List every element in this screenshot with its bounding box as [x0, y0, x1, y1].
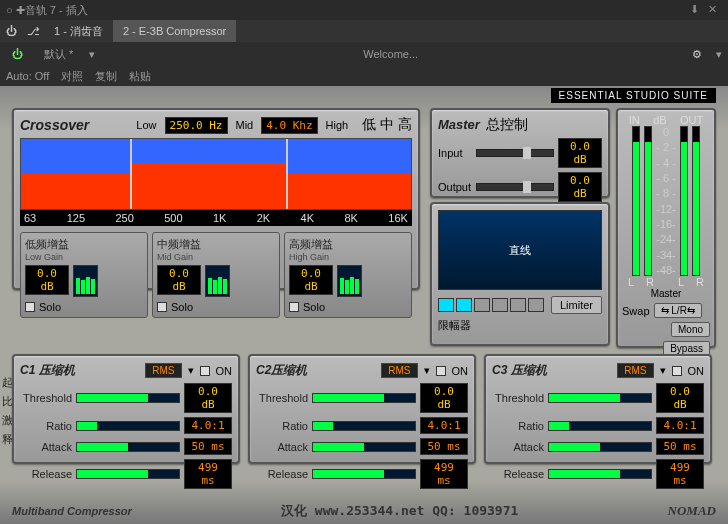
mid-gain-box: 中频增益 Mid Gain 0.0 dB Solo: [152, 232, 280, 318]
out-meter-r: [692, 126, 700, 276]
comp1-threshold-slider[interactable]: [76, 393, 180, 403]
output-value[interactable]: 0.0 dB: [558, 172, 602, 202]
comp3-release-slider[interactable]: [548, 469, 652, 479]
crossover-title: Crossover: [20, 117, 89, 133]
comp1-panel: C1 压缩机RMS▾ON Threshold0.0 dB Ratio4.0:1 …: [12, 354, 240, 464]
comp2-release-slider[interactable]: [312, 469, 416, 479]
preset-btn-2[interactable]: [456, 298, 472, 312]
mid-gain-value[interactable]: 0.0 dB: [157, 265, 201, 295]
mid-label: Mid: [236, 119, 254, 131]
power-icon[interactable]: ⏻: [2, 22, 20, 40]
comp3-threshold-slider[interactable]: [548, 393, 652, 403]
low-label: Low: [136, 119, 156, 131]
preset-btn-4[interactable]: [492, 298, 508, 312]
comp1-release-slider[interactable]: [76, 469, 180, 479]
pin-icon[interactable]: ⬇: [690, 3, 704, 17]
comp1-mode[interactable]: RMS: [145, 363, 181, 378]
app-icon: ○ ✚: [6, 4, 25, 17]
curve-panel: 直线 Limiter 限幅器: [430, 202, 610, 346]
comp2-ratio-slider[interactable]: [312, 421, 416, 431]
copy-button[interactable]: 复制: [95, 69, 117, 84]
tab-1[interactable]: 1 - 消齿音: [44, 20, 113, 42]
meter-scale: 0- 2 -- 4 -- 6 -- 8 --12--16--24--34--48…: [656, 126, 676, 276]
comp2-threshold-slider[interactable]: [312, 393, 416, 403]
chevron-down-icon[interactable]: ▾: [424, 364, 430, 377]
low-freq-display[interactable]: 250.0 Hz: [165, 117, 228, 134]
compare-button[interactable]: 对照: [61, 69, 83, 84]
chevron-down-icon[interactable]: ▾: [716, 48, 722, 61]
low-solo-check[interactable]: [25, 302, 35, 312]
comp2-attack-slider[interactable]: [312, 442, 416, 452]
swap-lr-button[interactable]: ⇆ L/R⇆: [654, 303, 702, 318]
comp3-mode[interactable]: RMS: [617, 363, 653, 378]
comp1-on-check[interactable]: [200, 366, 210, 376]
product-name: Multiband Compressor: [12, 505, 132, 517]
low-gain-meter: [73, 265, 98, 297]
routing-icon[interactable]: ⎇: [24, 22, 42, 40]
high-solo-check[interactable]: [289, 302, 299, 312]
welcome-text: Welcome...: [363, 48, 418, 60]
comp2-mode[interactable]: RMS: [381, 363, 417, 378]
comp1-attack-val[interactable]: 50 ms: [184, 438, 232, 455]
limiter-zh-label: 限幅器: [438, 318, 602, 333]
input-slider[interactable]: [476, 149, 554, 157]
comp1-ratio-val[interactable]: 4.0:1: [184, 417, 232, 434]
comp2-panel: C2压缩机RMS▾ON Threshold0.0 dB Ratio4.0:1 A…: [248, 354, 476, 464]
suite-label: ESSENTIAL STUDIO SUITE: [551, 88, 716, 103]
chevron-down-icon[interactable]: ▾: [89, 48, 95, 61]
mid-solo-check[interactable]: [157, 302, 167, 312]
brand-logo: NOMAD: [668, 503, 716, 519]
auto-label[interactable]: Auto: Off: [6, 70, 49, 82]
output-slider[interactable]: [476, 183, 554, 191]
crossover-display[interactable]: [20, 138, 412, 210]
preset-btn-5[interactable]: [510, 298, 526, 312]
crossover-panel: Crossover Low 250.0 Hz Mid 4.0 Khz High …: [12, 108, 420, 290]
comp1-release-val[interactable]: 499 ms: [184, 459, 232, 489]
freq-scale: 631252505001K2K4K8K16K: [20, 210, 412, 226]
master-title-en: Master: [438, 117, 480, 132]
plugin-power-icon[interactable]: ⏻: [8, 45, 26, 63]
chevron-down-icon[interactable]: ▾: [188, 364, 194, 377]
comp1-ratio-slider[interactable]: [76, 421, 180, 431]
comp2-on-check[interactable]: [436, 366, 446, 376]
gear-icon[interactable]: ⚙: [688, 45, 706, 63]
preset-btn-1[interactable]: [438, 298, 454, 312]
comp1-threshold-val[interactable]: 0.0 dB: [184, 383, 232, 413]
window-title: 音轨 7 - 插入: [25, 3, 686, 18]
credit-text: 汉化 www.253344.net QQ: 1093971: [132, 502, 668, 520]
preset-btn-3[interactable]: [474, 298, 490, 312]
comp3-on-check[interactable]: [672, 366, 682, 376]
mono-button[interactable]: Mono: [671, 322, 710, 337]
tab-2[interactable]: 2 - E-3B Compressor: [113, 20, 236, 42]
bands-zh-label: 低 中 高: [362, 116, 412, 134]
close-icon[interactable]: ✕: [708, 3, 722, 17]
high-gain-value[interactable]: 0.0 dB: [289, 265, 333, 295]
comp3-panel: C3 压缩机RMS▾ON Threshold0.0 dB Ratio4.0:1 …: [484, 354, 712, 464]
low-gain-value[interactable]: 0.0 dB: [25, 265, 69, 295]
curve-display[interactable]: 直线: [438, 210, 602, 290]
low-gain-box: 低频增益 Low Gain 0.0 dB Solo: [20, 232, 148, 318]
in-meter-l: [632, 126, 640, 276]
paste-button[interactable]: 粘贴: [129, 69, 151, 84]
comp1-attack-slider[interactable]: [76, 442, 180, 452]
comp3-attack-slider[interactable]: [548, 442, 652, 452]
high-label: High: [326, 119, 349, 131]
preset-btn-6[interactable]: [528, 298, 544, 312]
out-meter-l: [680, 126, 688, 276]
input-value[interactable]: 0.0 dB: [558, 138, 602, 168]
in-meter-r: [644, 126, 652, 276]
master-title-zh: 总控制: [486, 116, 528, 134]
comp3-ratio-slider[interactable]: [548, 421, 652, 431]
high-gain-meter: [337, 265, 362, 297]
mid-gain-meter: [205, 265, 230, 297]
limiter-button[interactable]: Limiter: [551, 296, 602, 314]
master-panel: Master 总控制 Input0.0 dB Output0.0 dB: [430, 108, 610, 198]
mid-freq-display[interactable]: 4.0 Khz: [261, 117, 317, 134]
high-gain-box: 高频增益 High Gain 0.0 dB Solo: [284, 232, 412, 318]
meters-panel: INdBOUT 0- 2 -- 4 -- 6 -- 8 --12--16--24…: [616, 108, 716, 348]
chevron-down-icon[interactable]: ▾: [660, 364, 666, 377]
preset-dropdown[interactable]: 默认 *: [36, 45, 81, 64]
